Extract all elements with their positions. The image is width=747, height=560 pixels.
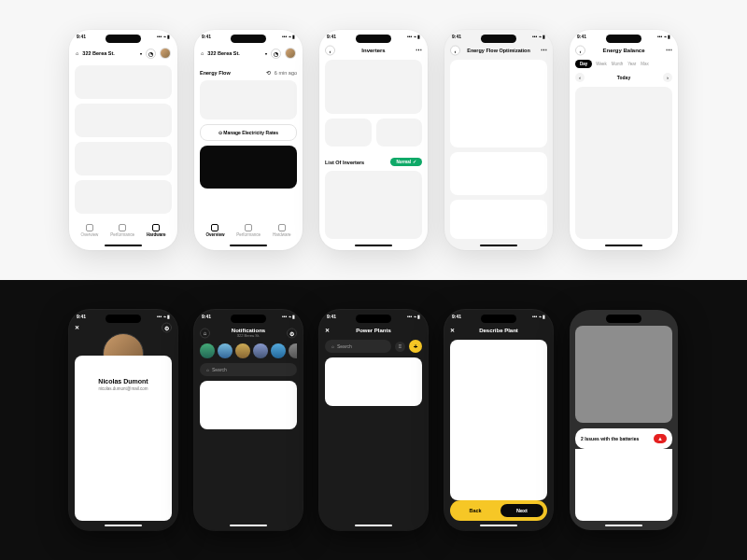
card-placeholder bbox=[75, 104, 172, 137]
thumb[interactable] bbox=[235, 343, 250, 358]
bell-icon[interactable]: ◔ bbox=[146, 49, 156, 59]
more-icon[interactable]: ⋯ bbox=[666, 47, 672, 54]
search-icon: ⌕ bbox=[206, 367, 209, 372]
list-view-icon[interactable]: ≡ bbox=[395, 342, 405, 352]
page-title: Energy Balance bbox=[602, 48, 644, 53]
address-label[interactable]: 322 Berea St. bbox=[82, 50, 136, 56]
home-header: ⌂ 322 Berea St. ▾ ◔ bbox=[75, 46, 172, 61]
seg-month[interactable]: Month bbox=[611, 60, 625, 68]
thumb[interactable] bbox=[200, 343, 215, 358]
phone-profile: 9:41••• ⌁ ▮ ✕ ⚙ Nicolas Dumont nicolas.d… bbox=[69, 310, 177, 530]
close-icon[interactable]: ✕ bbox=[450, 328, 455, 333]
date-label: Today bbox=[588, 75, 659, 80]
thumb[interactable] bbox=[271, 343, 286, 358]
page-title: Describe Plant bbox=[479, 328, 518, 333]
profile-name: Nicolas Dumont bbox=[75, 378, 172, 385]
seg-year[interactable]: Year bbox=[627, 60, 637, 68]
refresh-icon: ⟲ bbox=[266, 70, 271, 76]
phone-inverters: 9:41••• ⌁ ▮ ‹ Inverters ⋯ List Of Invert… bbox=[319, 30, 428, 250]
warning-icon: ▲ bbox=[654, 434, 667, 443]
hero-placeholder bbox=[575, 326, 672, 423]
phone-home-hardware: 9:41••• ⌁ ▮ ⌂ 322 Berea St. ▾ ◔ Overview… bbox=[69, 30, 177, 250]
card-placeholder bbox=[450, 152, 547, 195]
plant-card[interactable] bbox=[325, 357, 422, 406]
seg-day[interactable]: Day bbox=[575, 60, 592, 68]
page-title: Energy Flow Optimization bbox=[467, 48, 530, 53]
card-placeholder bbox=[325, 119, 372, 147]
phone-power-plants: 9:41••• ⌁ ▮ ✕ Power Plants ⌕Search ≡ + bbox=[319, 310, 428, 530]
profile-email: nicolas.dumont@mail.com bbox=[75, 386, 172, 391]
more-icon[interactable]: ⋯ bbox=[416, 47, 422, 54]
phone-efo: 9:41••• ⌁ ▮ ‹ Energy Flow Optimization ⋯ bbox=[444, 30, 553, 250]
action-bar: Back Next bbox=[450, 500, 547, 521]
back-button[interactable]: ‹ bbox=[325, 46, 335, 56]
seg-max[interactable]: Max bbox=[640, 60, 650, 68]
inverters-list-label: List Of Inverters bbox=[325, 160, 387, 165]
energy-flow-title: Energy Flow bbox=[200, 70, 262, 76]
tab-overview[interactable]: Overview bbox=[80, 224, 98, 237]
card-placeholder bbox=[376, 119, 423, 147]
settings-icon[interactable]: ⚙ bbox=[162, 323, 172, 333]
next-day-button[interactable]: › bbox=[663, 73, 672, 82]
home-icon: ⌂ bbox=[76, 50, 78, 56]
alert-text: 2 Issues with the batteries bbox=[581, 436, 639, 441]
card-placeholder bbox=[325, 171, 422, 239]
tab-hardware[interactable]: Hardware bbox=[147, 224, 166, 237]
close-icon[interactable]: ✕ bbox=[75, 325, 79, 330]
card-placeholder bbox=[450, 60, 547, 147]
notification-card[interactable] bbox=[200, 381, 297, 429]
avatar[interactable] bbox=[160, 48, 171, 59]
close-icon[interactable]: ✕ bbox=[325, 328, 330, 333]
phone-notifications: 9:41••• ⌁ ▮ ⌂ Notifications 322 Berea St… bbox=[194, 310, 303, 530]
more-icon[interactable]: ⋯ bbox=[541, 47, 547, 54]
search-input[interactable]: ⌕ Search bbox=[200, 363, 297, 376]
phone-describe-plant: 9:41••• ⌁ ▮ ✕ Describe Plant Back Next bbox=[444, 310, 553, 530]
issues-alert[interactable]: 2 Issues with the batteries ▲ bbox=[575, 428, 672, 449]
search-input[interactable]: ⌕Search bbox=[325, 340, 391, 353]
tab-overview[interactable]: Overview bbox=[205, 224, 224, 237]
page-title: Power Plants bbox=[356, 328, 391, 333]
back-button[interactable]: Back bbox=[454, 504, 497, 517]
energy-flow-timestamp: 6 min ago bbox=[275, 70, 297, 76]
address-label[interactable]: 322 Berea St. bbox=[207, 50, 261, 56]
next-button[interactable]: Next bbox=[500, 504, 543, 517]
back-button[interactable]: ‹ bbox=[450, 46, 460, 56]
card-placeholder bbox=[75, 65, 172, 99]
card-placeholder bbox=[575, 449, 672, 521]
range-segment: Day Week Month Year Max bbox=[575, 60, 672, 68]
settings-icon[interactable]: ⚙ bbox=[287, 328, 297, 338]
featured-card[interactable] bbox=[200, 146, 297, 189]
rates-icon: ⊙ bbox=[218, 130, 222, 135]
search-icon: ⌕ bbox=[331, 343, 334, 349]
card-placeholder bbox=[575, 87, 672, 239]
subtitle-address: 322 Berea St. bbox=[232, 333, 265, 338]
tab-bar: Overview Performance Hardware bbox=[75, 220, 172, 241]
status-badge: Normal ✓ bbox=[390, 158, 422, 166]
tab-performance[interactable]: Performance bbox=[110, 224, 134, 237]
thumb[interactable] bbox=[253, 343, 268, 358]
phone-issues: 2 Issues with the batteries ▲ bbox=[570, 310, 678, 530]
thumb[interactable] bbox=[289, 343, 297, 358]
page-title: Inverters bbox=[361, 48, 385, 53]
form-card bbox=[450, 340, 547, 500]
thumb[interactable] bbox=[218, 343, 233, 358]
phone-balance: 9:41••• ⌁ ▮ ‹ Energy Balance ⋯ Day Week … bbox=[570, 30, 678, 250]
avatar[interactable] bbox=[285, 48, 296, 59]
home-button[interactable]: ⌂ bbox=[200, 328, 210, 338]
add-button[interactable]: + bbox=[409, 340, 422, 353]
seg-week[interactable]: Week bbox=[595, 60, 607, 68]
card-placeholder bbox=[75, 142, 172, 175]
bell-icon[interactable]: ◔ bbox=[271, 49, 281, 59]
back-button[interactable]: ‹ bbox=[575, 46, 585, 56]
card-placeholder bbox=[200, 80, 297, 119]
home-icon: ⌂ bbox=[201, 50, 204, 56]
card-placeholder bbox=[325, 60, 422, 114]
filter-thumbs bbox=[200, 343, 297, 358]
card-placeholder bbox=[75, 180, 172, 214]
tab-hardware[interactable]: Hardware bbox=[273, 224, 291, 237]
tab-performance[interactable]: Performance bbox=[236, 224, 261, 237]
prev-day-button[interactable]: ‹ bbox=[575, 73, 585, 82]
manage-rates-button[interactable]: ⊙ Manage Electricity Rates bbox=[200, 124, 297, 141]
card-placeholder bbox=[450, 200, 547, 239]
phone-home-overview: 9:41••• ⌁ ▮ ⌂ 322 Berea St. ▾ ◔ Energy F… bbox=[194, 30, 303, 250]
